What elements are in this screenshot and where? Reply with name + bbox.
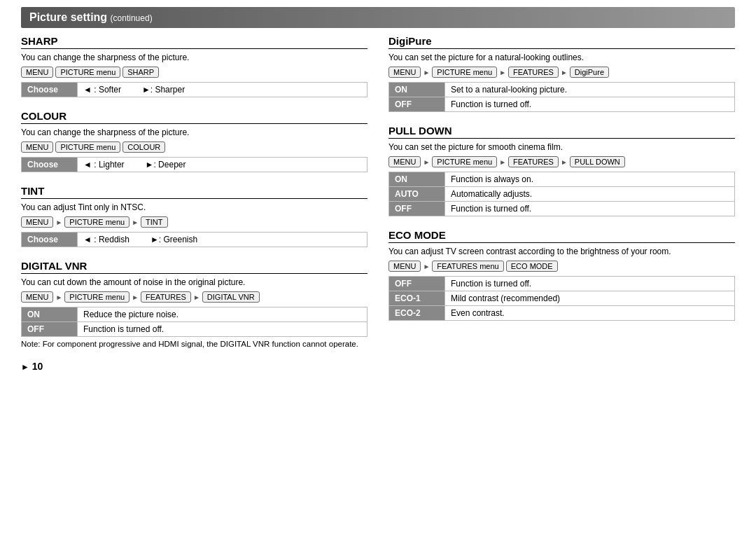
digital-vnr-on-desc: Reduce the picture noise. <box>78 307 368 322</box>
digital-vnr-off-desc: Function is turned off. <box>78 322 368 337</box>
digipure-menu-btn-3: FEATURES <box>508 67 559 78</box>
digital-vnr-menu-path: MENU ► PICTURE menu ► FEATURES ► DIGITAL… <box>21 291 368 303</box>
digital-vnr-table: ON Reduce the picture noise. OFF Functio… <box>21 307 368 337</box>
digital-vnr-menu-btn-4: DIGITAL VNR <box>202 291 260 303</box>
eco-mode-desc: You can adjust TV screen contrast accord… <box>388 247 735 256</box>
table-row: AUTO Automatically adjusts. <box>389 187 735 202</box>
sharp-menu-btn-2: PICTURE menu <box>55 67 120 78</box>
page-number: ► 10 <box>21 361 368 372</box>
pull-down-title: PULL DOWN <box>388 125 735 139</box>
section-pull-down: PULL DOWN You can set the picture for sm… <box>388 125 735 216</box>
digipure-off-desc: Function is turned off. <box>445 97 735 112</box>
eco-mode-eco2-desc: Even contrast. <box>445 306 735 321</box>
digital-vnr-menu-btn-2: PICTURE menu <box>64 291 130 303</box>
digital-vnr-title: DIGITAL VNR <box>21 260 368 274</box>
tint-choose-desc: ◄ : Reddish ►: Greenish <box>78 233 368 247</box>
section-sharp: SHARP You can change the sharpness of th… <box>21 35 368 97</box>
pull-down-menu-path: MENU ► PICTURE menu ► FEATURES ► PULL DO… <box>388 156 735 167</box>
tint-desc: You can adjust Tint only in NTSC. <box>21 202 368 212</box>
table-row: OFF Function is turned off. <box>389 202 735 216</box>
digipure-on-desc: Set to a natural-looking picture. <box>445 83 735 97</box>
colour-choose-label: Choose <box>22 158 78 172</box>
pull-down-menu-btn-2: PICTURE menu <box>432 156 497 167</box>
pull-down-arrow-3: ► <box>561 158 568 166</box>
digipure-menu-btn-4: DigiPure <box>570 67 609 78</box>
digipure-menu-btn-2: PICTURE menu <box>432 67 497 78</box>
colour-menu-btn-3: COLOUR <box>122 141 165 153</box>
sharp-title: SHARP <box>21 35 368 49</box>
tint-menu-btn-1: MENU <box>21 216 53 228</box>
digipure-arrow-1: ► <box>423 69 430 76</box>
pull-down-auto-label: AUTO <box>389 187 445 202</box>
table-row: OFF Function is turned off. <box>22 322 368 337</box>
table-row: OFF Function is turned off. <box>389 97 735 112</box>
pull-down-menu-btn-1: MENU <box>388 156 421 167</box>
pull-down-auto-desc: Automatically adjusts. <box>445 187 735 202</box>
digipure-on-label: ON <box>389 83 445 97</box>
page-continued: (continued) <box>111 13 153 23</box>
digital-vnr-arrow-2: ► <box>132 293 139 301</box>
sharp-desc: You can change the sharpness of the pict… <box>21 53 368 62</box>
table-row: OFF Function is turned off. <box>389 277 735 291</box>
tint-title: TINT <box>21 185 368 199</box>
eco-mode-menu-btn-1: MENU <box>388 261 421 272</box>
colour-desc: You can change the sharpness of the pict… <box>21 127 368 137</box>
eco-mode-menu-path: MENU ► FEATURES menu ECO MODE <box>388 261 735 272</box>
eco-mode-eco2-label: ECO-2 <box>389 306 445 321</box>
table-row: Choose ◄ : Lighter ►: Deeper <box>22 158 368 172</box>
table-row: ON Function is always on. <box>389 172 735 187</box>
tint-menu-btn-2: PICTURE menu <box>64 216 130 228</box>
sharp-table: Choose ◄ : Softer ►: Sharper <box>21 82 368 97</box>
pull-down-on-desc: Function is always on. <box>445 172 735 187</box>
digital-vnr-desc: You can cut down the amount of noise in … <box>21 277 368 287</box>
pull-down-on-label: ON <box>389 172 445 187</box>
digipure-arrow-2: ► <box>499 69 506 76</box>
table-row: Choose ◄ : Softer ►: Sharper <box>22 83 368 97</box>
digipure-table: ON Set to a natural-looking picture. OFF… <box>388 82 735 112</box>
digipure-menu-btn-1: MENU <box>388 67 421 78</box>
page-num-value: 10 <box>32 361 43 372</box>
pull-down-desc: You can set the picture for smooth cinem… <box>388 142 735 152</box>
sharp-menu-path: MENU PICTURE menu SHARP <box>21 67 368 78</box>
eco-mode-eco1-desc: Mild contrast (recommended) <box>445 291 735 306</box>
tint-table: Choose ◄ : Reddish ►: Greenish <box>21 232 368 247</box>
digital-vnr-note: Note: For component progressive and HDMI… <box>21 340 368 348</box>
left-column: SHARP You can change the sharpness of th… <box>21 35 368 372</box>
digital-vnr-on-label: ON <box>22 307 78 322</box>
colour-menu-btn-1: MENU <box>21 141 53 153</box>
digital-vnr-arrow-3: ► <box>193 293 200 301</box>
eco-mode-menu-btn-2: FEATURES menu <box>432 261 503 272</box>
colour-menu-btn-2: PICTURE menu <box>55 141 120 153</box>
sharp-choose-label: Choose <box>22 83 78 97</box>
colour-title: COLOUR <box>21 110 368 124</box>
pull-down-menu-btn-3: FEATURES <box>508 156 559 167</box>
tint-choose-label: Choose <box>22 233 78 247</box>
pull-down-table: ON Function is always on. AUTO Automatic… <box>388 172 735 216</box>
table-row: ON Set to a natural-looking picture. <box>389 83 735 97</box>
digital-vnr-off-label: OFF <box>22 322 78 337</box>
pull-down-arrow-1: ► <box>423 158 430 166</box>
eco-mode-off-desc: Function is turned off. <box>445 277 735 291</box>
section-digital-vnr: DIGITAL VNR You can cut down the amount … <box>21 260 368 348</box>
sharp-menu-btn-1: MENU <box>21 67 53 78</box>
pull-down-menu-btn-4: PULL DOWN <box>570 156 625 167</box>
digipure-desc: You can set the picture for a natural-lo… <box>388 53 735 62</box>
sharp-menu-btn-3: SHARP <box>122 67 159 78</box>
section-digipure: DigiPure You can set the picture for a n… <box>388 35 735 112</box>
table-row: ECO-2 Even contrast. <box>389 306 735 321</box>
digipure-menu-path: MENU ► PICTURE menu ► FEATURES ► DigiPur… <box>388 67 735 78</box>
pull-down-arrow-2: ► <box>499 158 506 166</box>
digipure-off-label: OFF <box>389 97 445 112</box>
pull-down-off-desc: Function is turned off. <box>445 202 735 216</box>
eco-mode-menu-btn-3: ECO MODE <box>506 261 558 272</box>
digipure-title: DigiPure <box>388 35 735 49</box>
section-tint: TINT You can adjust Tint only in NTSC. M… <box>21 185 368 247</box>
eco-mode-eco1-label: ECO-1 <box>389 291 445 306</box>
tint-menu-path: MENU ► PICTURE menu ► TINT <box>21 216 368 228</box>
page-header: Picture setting (continued) <box>21 7 735 28</box>
colour-choose-desc: ◄ : Lighter ►: Deeper <box>78 158 368 172</box>
digipure-arrow-3: ► <box>561 69 568 76</box>
sharp-choose-desc: ◄ : Softer ►: Sharper <box>78 83 368 97</box>
digital-vnr-menu-btn-3: FEATURES <box>141 291 191 303</box>
pull-down-off-label: OFF <box>389 202 445 216</box>
